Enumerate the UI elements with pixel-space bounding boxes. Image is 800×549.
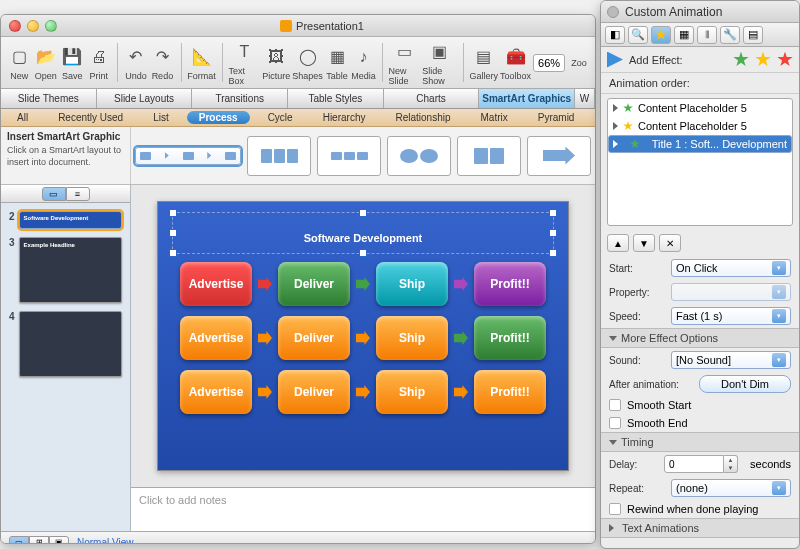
slide-thumb[interactable]: 3 Example Headline xyxy=(9,237,122,303)
exit-effect-button[interactable] xyxy=(777,52,793,68)
slide-canvas[interactable]: Software Development AdvertiseDeliverShi… xyxy=(131,185,595,487)
picture-button[interactable]: 🖼Picture xyxy=(262,39,290,86)
close-icon[interactable] xyxy=(9,20,21,32)
tab-overflow[interactable]: W xyxy=(575,89,595,108)
slide-thumb[interactable]: 2 Software Development xyxy=(9,211,122,229)
move-down-button[interactable]: ▼ xyxy=(633,234,655,252)
thumbnails-view-button[interactable]: ▭ xyxy=(42,187,66,201)
start-select[interactable]: On Click▾ xyxy=(671,259,791,277)
insert-heading: Insert SmartArt Graphic xyxy=(7,131,124,142)
more-options-section[interactable]: More Effect Options xyxy=(601,328,799,348)
smooth-end-checkbox[interactable] xyxy=(609,417,621,429)
panel-tab[interactable]: 🔧 xyxy=(720,26,740,44)
rewind-checkbox[interactable] xyxy=(609,503,621,515)
slideshow-view-button[interactable]: ▣ xyxy=(49,536,69,545)
cat-relationship[interactable]: Relationship xyxy=(383,111,462,124)
redo-button[interactable]: ↷Redo xyxy=(150,39,174,86)
process-box[interactable]: Ship xyxy=(376,370,448,414)
toolbox-button[interactable]: 🧰Toolbox xyxy=(500,39,531,86)
cat-recent[interactable]: Recently Used xyxy=(46,111,135,124)
process-box[interactable]: Ship xyxy=(376,316,448,360)
delete-button[interactable]: ✕ xyxy=(659,234,681,252)
print-button[interactable]: 🖨Print xyxy=(86,39,110,86)
smartart-thumb[interactable] xyxy=(135,147,241,165)
smartart-thumb[interactable] xyxy=(247,136,311,176)
entrance-effect-button[interactable] xyxy=(733,52,749,68)
timing-section[interactable]: Timing xyxy=(601,432,799,452)
tab-slide-layouts[interactable]: Slide Layouts xyxy=(97,89,193,108)
tab-charts[interactable]: Charts xyxy=(384,89,480,108)
outline-view-button[interactable]: ≡ xyxy=(66,187,90,201)
delay-stepper[interactable]: ▲▼ xyxy=(724,455,738,473)
cat-pyramid[interactable]: Pyramid xyxy=(526,111,587,124)
cat-process[interactable]: Process xyxy=(187,111,250,124)
process-box[interactable]: Deliver xyxy=(278,316,350,360)
smartart-thumb[interactable] xyxy=(457,136,521,176)
panel-tab[interactable]: ▤ xyxy=(743,26,763,44)
tab-slide-themes[interactable]: Slide Themes xyxy=(1,89,97,108)
media-button[interactable]: ♪Media xyxy=(351,39,376,86)
save-button[interactable]: 💾Save xyxy=(60,39,84,86)
newslide-button[interactable]: ▭New Slide xyxy=(389,39,421,86)
slideshow-button[interactable]: ▣Slide Show xyxy=(422,39,457,86)
cat-list[interactable]: List xyxy=(141,111,181,124)
panel-tab[interactable]: ▦ xyxy=(674,26,694,44)
smartart-thumb[interactable] xyxy=(387,136,451,176)
zoom-field[interactable]: 66% xyxy=(533,54,565,72)
smartart-thumb[interactable] xyxy=(527,136,591,176)
play-button[interactable] xyxy=(607,52,623,68)
panel-tab-animation[interactable] xyxy=(651,26,671,44)
cat-matrix[interactable]: Matrix xyxy=(469,111,520,124)
sound-select[interactable]: [No Sound]▾ xyxy=(671,351,791,369)
delay-input[interactable]: ▲▼ xyxy=(664,455,738,473)
process-box[interactable]: Advertise xyxy=(180,316,252,360)
speed-select[interactable]: Fast (1 s)▾ xyxy=(671,307,791,325)
emphasis-effect-button[interactable] xyxy=(755,52,771,68)
process-box[interactable]: Deliver xyxy=(278,262,350,306)
format-button[interactable]: 📐Format xyxy=(187,39,216,86)
process-box[interactable]: Profit!! xyxy=(474,316,546,360)
animation-order-item[interactable]: Content Placeholder 5 xyxy=(608,99,792,117)
tab-table-styles[interactable]: Table Styles xyxy=(288,89,384,108)
process-box[interactable]: Profit!! xyxy=(474,262,546,306)
table-button[interactable]: ▦Table xyxy=(325,39,349,86)
animation-order-item[interactable]: Title 1 : Soft... Development xyxy=(608,135,792,153)
zoom-icon[interactable] xyxy=(45,20,57,32)
undo-button[interactable]: ↶Undo xyxy=(124,39,148,86)
smooth-start-checkbox[interactable] xyxy=(609,399,621,411)
cat-hierarchy[interactable]: Hierarchy xyxy=(311,111,378,124)
process-box[interactable]: Advertise xyxy=(180,370,252,414)
notes-area[interactable]: Click to add notes xyxy=(131,487,595,531)
text-animations-section[interactable]: Text Animations xyxy=(601,518,799,538)
move-up-button[interactable]: ▲ xyxy=(607,234,629,252)
property-select[interactable]: ▾ xyxy=(671,283,791,301)
new-button[interactable]: ▢New xyxy=(7,39,31,86)
smooth-end-row: Smooth End xyxy=(601,414,799,432)
minimize-icon[interactable] xyxy=(27,20,39,32)
panel-tab[interactable]: ◧ xyxy=(605,26,625,44)
sorter-view-button[interactable]: ⊞ xyxy=(29,536,49,545)
cat-all[interactable]: All xyxy=(5,111,40,124)
process-box[interactable]: Profit!! xyxy=(474,370,546,414)
smartart-thumb[interactable] xyxy=(317,136,381,176)
gallery-button[interactable]: ▤Gallery xyxy=(469,39,498,86)
panel-tab[interactable]: 🔍 xyxy=(628,26,648,44)
normal-view-button[interactable]: ▭ xyxy=(9,536,29,545)
textbox-button[interactable]: TText Box xyxy=(229,39,261,86)
tab-smartart[interactable]: SmartArt Graphics xyxy=(479,89,575,108)
process-box[interactable]: Advertise xyxy=(180,262,252,306)
panel-tab[interactable]: ⦀ xyxy=(697,26,717,44)
process-box[interactable]: Deliver xyxy=(278,370,350,414)
cat-cycle[interactable]: Cycle xyxy=(256,111,305,124)
panel-close-icon[interactable] xyxy=(607,6,619,18)
shapes-button[interactable]: ◯Shapes xyxy=(292,39,323,86)
after-animation-button[interactable]: Don't Dim xyxy=(699,375,791,393)
slide-title[interactable]: Software Development xyxy=(172,212,554,254)
slide-thumb[interactable]: 4 xyxy=(9,311,122,377)
process-box[interactable]: Ship xyxy=(376,262,448,306)
tab-transitions[interactable]: Transitions xyxy=(192,89,288,108)
animation-order-item[interactable]: Content Placeholder 5 xyxy=(608,117,792,135)
open-button[interactable]: 📂Open xyxy=(33,39,57,86)
repeat-select[interactable]: (none)▾ xyxy=(671,479,791,497)
animation-order-list[interactable]: Content Placeholder 5Content Placeholder… xyxy=(607,98,793,226)
